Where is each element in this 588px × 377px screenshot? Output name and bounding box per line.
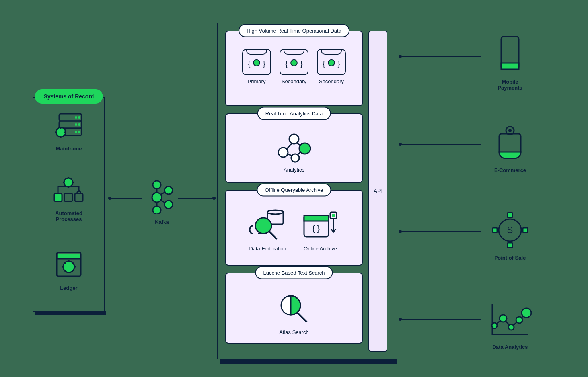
connector-line	[402, 231, 481, 232]
db-node-label: Secondary	[282, 78, 306, 84]
ecommerce-icon	[492, 123, 528, 162]
data-analytics-icon	[488, 301, 532, 339]
atlas-search-label: Atlas Search	[279, 329, 309, 335]
svg-point-75	[508, 324, 514, 330]
connector-line	[402, 144, 481, 145]
center-sections: High Volume Real Time Operational Data {…	[225, 31, 363, 352]
sor-item-automated: Automated Processes	[33, 176, 105, 222]
consumer-ecommerce: E-Commerce	[474, 123, 546, 173]
architecture-diagram: Systems of Record	[0, 0, 588, 377]
section-operational: High Volume Real Time Operational Data {…	[225, 31, 363, 106]
svg-point-48	[278, 148, 288, 157]
svg-point-35	[152, 193, 162, 202]
kafka-node: Kafka	[144, 180, 180, 225]
section-archive: Offline Queryable Archive	[225, 190, 363, 266]
svg-point-4	[78, 116, 80, 119]
svg-line-54	[269, 231, 277, 239]
section-title: Offline Queryable Archive	[257, 184, 331, 197]
data-federation: Data Federation	[246, 208, 290, 252]
svg-point-3	[75, 116, 77, 119]
db-node-secondary: {} Secondary	[280, 49, 308, 84]
consumer-label: Point of Sale	[474, 255, 546, 261]
connector-dot	[399, 143, 402, 146]
api-label: API	[374, 188, 383, 194]
consumer-pos: $ Point of Sale	[474, 210, 546, 261]
svg-point-5	[75, 123, 77, 126]
kafka-icon	[147, 180, 177, 214]
svg-rect-70	[508, 243, 512, 248]
svg-point-76	[516, 317, 522, 323]
online-archive-label: Online Archive	[304, 246, 337, 252]
online-archive: { } Online Archive	[298, 208, 342, 252]
consumer-mobile-payments: Mobile Payments	[474, 34, 546, 91]
consumer-label: Mobile Payments	[474, 79, 546, 91]
section-analytics: Real Time Analytics Data	[225, 113, 363, 183]
svg-line-30	[64, 262, 66, 264]
mobile-icon	[494, 34, 526, 74]
automated-processes-icon	[52, 176, 86, 205]
svg-rect-59	[332, 214, 335, 217]
svg-text:{ }: { }	[313, 224, 320, 233]
db-node-secondary: {} Secondary	[317, 49, 346, 84]
consumer-label: E-Commerce	[474, 167, 546, 173]
connector-line	[402, 56, 481, 57]
center-platform-card: High Volume Real Time Operational Data {…	[217, 23, 395, 359]
section-search: Lucene Based Text Search Atlas Search	[225, 273, 363, 344]
connector-line	[402, 319, 481, 320]
svg-point-38	[165, 201, 173, 209]
atlas-search: Atlas Search	[274, 291, 314, 335]
db-node-label: Secondary	[319, 78, 344, 84]
svg-point-49	[291, 154, 299, 162]
svg-line-33	[64, 270, 66, 271]
section-title: Real Time Analytics Data	[257, 107, 331, 120]
connector-dot	[108, 197, 111, 200]
svg-line-41	[160, 192, 165, 195]
svg-rect-69	[508, 213, 512, 217]
svg-rect-16	[75, 193, 83, 201]
connector-line	[111, 198, 142, 199]
pos-icon: $	[490, 210, 530, 250]
svg-rect-64	[501, 63, 519, 69]
svg-point-66	[508, 129, 512, 132]
svg-point-17	[64, 178, 73, 187]
svg-rect-14	[54, 193, 62, 201]
data-federation-icon	[246, 208, 290, 242]
svg-point-36	[153, 206, 161, 214]
sor-item-label: Automated Processes	[33, 210, 105, 222]
svg-rect-56	[304, 215, 329, 221]
connector-line	[178, 198, 212, 199]
connector-dot	[212, 197, 216, 200]
svg-point-52	[267, 210, 283, 214]
svg-rect-15	[64, 193, 72, 201]
svg-point-74	[500, 315, 507, 322]
sor-item-mainframe: Mainframe	[33, 111, 105, 152]
analytics-label: Analytics	[284, 167, 304, 173]
svg-point-77	[522, 308, 531, 318]
db-node-label: Primary	[248, 78, 266, 84]
atlas-search-icon	[274, 291, 314, 326]
analytics-node: Analytics	[272, 132, 316, 173]
svg-point-6	[78, 123, 80, 126]
data-federation-label: Data Federation	[249, 246, 286, 252]
svg-text:$: $	[507, 225, 512, 235]
svg-rect-72	[523, 228, 528, 232]
svg-point-7	[75, 131, 77, 133]
sor-item-label: Mainframe	[33, 146, 105, 152]
ledger-icon	[53, 250, 85, 280]
svg-rect-24	[58, 254, 80, 258]
sor-item-label: Ledger	[33, 285, 105, 291]
svg-point-47	[289, 134, 299, 144]
svg-point-9	[56, 127, 66, 137]
db-node-primary: {} Primary	[242, 49, 271, 84]
section-title: Lucene Based Text Search	[255, 266, 333, 279]
systems-of-record-panel: Systems of Record	[33, 97, 105, 312]
section-title: High Volume Real Time Operational Data	[239, 24, 349, 37]
connector-dot	[399, 318, 402, 321]
svg-line-62	[297, 313, 307, 322]
systems-of-record-title: Systems of Record	[35, 89, 103, 104]
connector-dot	[399, 55, 402, 58]
svg-line-42	[160, 200, 165, 203]
analytics-icon	[272, 132, 316, 164]
consumer-label: Data Analytics	[474, 344, 546, 350]
svg-point-8	[78, 131, 80, 133]
